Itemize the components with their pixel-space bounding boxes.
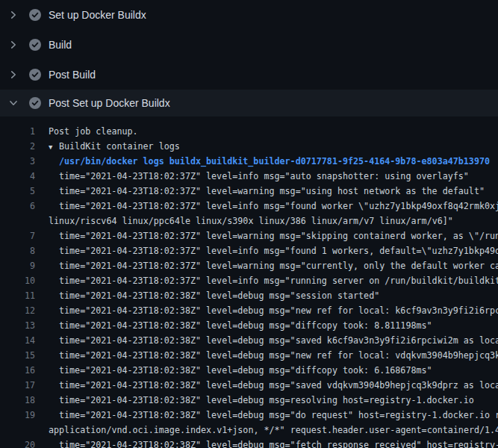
log-group-header: ▼BuildKit container logs: [49, 139, 180, 154]
log-command-text: /usr/bin/docker logs buildx_buildkit_bui…: [59, 154, 490, 169]
log-line-text: time="2021-04-23T18:02:37Z" level=warnin…: [59, 258, 498, 273]
log-line: 3 /usr/bin/docker logs buildx_buildkit_b…: [0, 154, 498, 169]
line-number[interactable]: 8: [0, 243, 35, 258]
log-line: 12 time="2021-04-23T18:02:38Z" level=deb…: [0, 303, 498, 318]
log-line: 20 time="2021-04-23T18:02:38Z" level=deb…: [0, 438, 498, 448]
log-line-text: time="2021-04-23T18:02:38Z" level=debug …: [59, 393, 474, 408]
log-group-toggle[interactable]: BuildKit container logs: [59, 141, 180, 152]
log-line: 8 time="2021-04-23T18:02:37Z" level=info…: [0, 243, 498, 258]
log-line-text: time="2021-04-23T18:02:38Z" level=debug …: [59, 333, 498, 348]
log-line: 6 time="2021-04-23T18:02:37Z" level=info…: [0, 199, 498, 214]
chevron-right-icon: [9, 40, 18, 49]
log-line-text: time="2021-04-23T18:02:38Z" level=debug …: [59, 438, 498, 448]
check-circle-icon: [29, 97, 41, 109]
step-label: Build: [49, 39, 72, 51]
line-number[interactable]: 12: [0, 303, 35, 318]
check-circle-icon: [29, 39, 41, 51]
line-number[interactable]: 19: [0, 408, 35, 423]
log-line-text: time="2021-04-23T18:02:37Z" level=info m…: [59, 273, 498, 288]
chevron-right-icon: [9, 70, 18, 79]
log-line: 9 time="2021-04-23T18:02:37Z" level=warn…: [0, 258, 498, 273]
line-number[interactable]: 3: [0, 154, 35, 169]
line-number[interactable]: 1: [0, 124, 35, 139]
log-line-text: time="2021-04-23T18:02:37Z" level=warnin…: [59, 184, 485, 199]
log-line: 2 ▼BuildKit container logs: [0, 139, 498, 154]
step-header-set-up-docker-buildx[interactable]: Set up Docker Buildx: [0, 0, 498, 30]
line-number[interactable]: 11: [0, 288, 35, 303]
log-line: 16 time="2021-04-23T18:02:38Z" level=deb…: [0, 363, 498, 378]
step-header-post-build[interactable]: Post Build: [0, 60, 498, 90]
line-number[interactable]: 18: [0, 393, 35, 408]
log-line-text: time="2021-04-23T18:02:38Z" level=debug …: [59, 408, 498, 423]
check-circle-icon: [29, 9, 41, 21]
log-line-text: time="2021-04-23T18:02:37Z" level=info m…: [59, 199, 498, 214]
line-number[interactable]: 7: [0, 228, 35, 243]
log-line-text: time="2021-04-23T18:02:38Z" level=debug …: [59, 318, 432, 333]
log-line-text: time="2021-04-23T18:02:37Z" level=warnin…: [59, 228, 498, 243]
line-number[interactable]: 2: [0, 139, 35, 154]
line-number[interactable]: 14: [0, 333, 35, 348]
step-header-build[interactable]: Build: [0, 30, 498, 60]
log-line: 11 time="2021-04-23T18:02:38Z" level=deb…: [0, 288, 498, 303]
log-line-text: linux/riscv64 linux/ppc64le linux/s390x …: [49, 214, 453, 228]
step-header-post-set-up-docker-buildx[interactable]: Post Set up Docker Buildx: [0, 90, 498, 116]
log-line-text: time="2021-04-23T18:02:38Z" level=debug …: [59, 288, 379, 303]
chevron-right-icon: [9, 10, 18, 19]
triangle-down-icon[interactable]: ▼: [49, 140, 59, 155]
line-number[interactable]: 13: [0, 318, 35, 333]
step-label: Post Build: [49, 69, 96, 81]
line-number[interactable]: 5: [0, 184, 35, 199]
log-line: 4 time="2021-04-23T18:02:37Z" level=info…: [0, 169, 498, 184]
log-line-text: time="2021-04-23T18:02:38Z" level=debug …: [59, 363, 432, 378]
log-line: 13 time="2021-04-23T18:02:38Z" level=deb…: [0, 318, 498, 333]
log-line-text: time="2021-04-23T18:02:38Z" level=debug …: [59, 378, 498, 393]
log-line: 18 time="2021-04-23T18:02:38Z" level=deb…: [0, 393, 498, 408]
step-list: Set up Docker Buildx Build P: [0, 0, 498, 116]
chevron-down-icon: [9, 99, 18, 108]
line-number: [0, 214, 35, 228]
log-line: 7 time="2021-04-23T18:02:37Z" level=warn…: [0, 228, 498, 243]
line-number[interactable]: 20: [0, 438, 35, 448]
line-number[interactable]: 15: [0, 348, 35, 363]
log-line: 1 Post job cleanup.: [0, 124, 498, 139]
log-line-wrapped: application/vnd.oci.image.index.v1+json,…: [0, 423, 498, 438]
step-label: Set up Docker Buildx: [49, 9, 146, 21]
log-line-text: time="2021-04-23T18:02:38Z" level=debug …: [59, 303, 498, 318]
log-line: 14 time="2021-04-23T18:02:38Z" level=deb…: [0, 333, 498, 348]
log-line-text: time="2021-04-23T18:02:37Z" level=info m…: [59, 169, 469, 184]
log-line-text: application/vnd.oci.image.index.v1+json,…: [49, 423, 498, 438]
line-number[interactable]: 16: [0, 363, 35, 378]
log-line: 5 time="2021-04-23T18:02:37Z" level=warn…: [0, 184, 498, 199]
log-line-wrapped: linux/riscv64 linux/ppc64le linux/s390x …: [0, 214, 498, 228]
log-line-text: time="2021-04-23T18:02:37Z" level=info m…: [59, 243, 498, 258]
line-number[interactable]: 10: [0, 273, 35, 288]
line-number[interactable]: 9: [0, 258, 35, 273]
log-line-text: time="2021-04-23T18:02:38Z" level=debug …: [59, 348, 498, 363]
line-number[interactable]: 4: [0, 169, 35, 184]
log-line: 15 time="2021-04-23T18:02:38Z" level=deb…: [0, 348, 498, 363]
log-line: 17 time="2021-04-23T18:02:38Z" level=deb…: [0, 378, 498, 393]
line-number[interactable]: 17: [0, 378, 35, 393]
log-lines: 1 Post job cleanup. 2 ▼BuildKit containe…: [0, 116, 498, 448]
check-circle-icon: [29, 69, 41, 81]
step-label: Post Set up Docker Buildx: [49, 97, 170, 109]
log-line-text: Post job cleanup.: [49, 124, 138, 139]
log-line: 10 time="2021-04-23T18:02:37Z" level=inf…: [0, 273, 498, 288]
log-line: 19 time="2021-04-23T18:02:38Z" level=deb…: [0, 408, 498, 423]
line-number[interactable]: 6: [0, 199, 35, 214]
line-number: [0, 423, 35, 438]
